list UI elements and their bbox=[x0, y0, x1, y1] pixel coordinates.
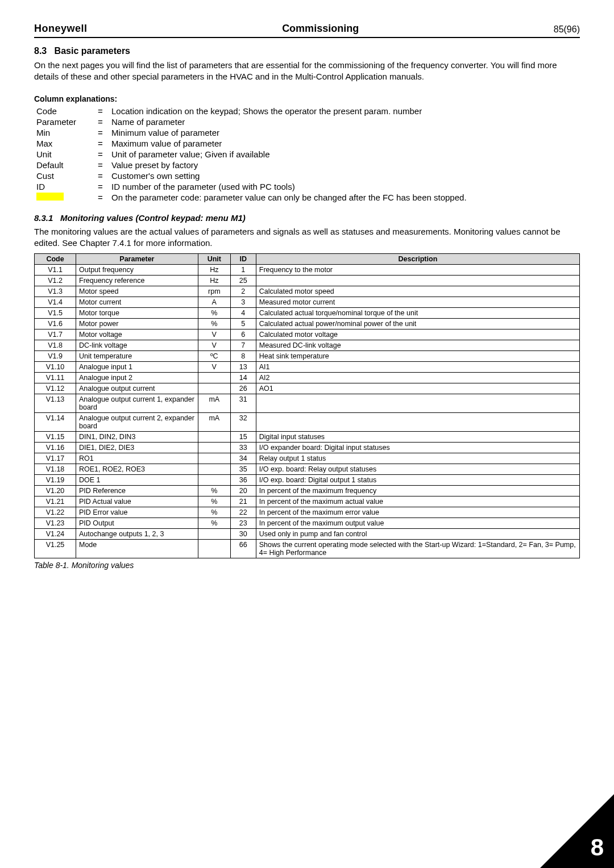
legend-label: Unit bbox=[34, 149, 96, 160]
page-number: 85(96) bbox=[554, 24, 580, 35]
table-row: V1.18ROE1, ROE2, ROE335I/O exp. board: R… bbox=[35, 464, 580, 475]
table-row: V1.8DC-link voltageV7Measured DC-link vo… bbox=[35, 340, 580, 351]
legend-desc: Name of parameter bbox=[109, 116, 469, 127]
chapter-corner: 8 bbox=[540, 794, 614, 868]
col-header-unit: Unit bbox=[198, 254, 230, 265]
column-explanations-table: Code=Location indication on the keypad; … bbox=[34, 106, 469, 203]
chapter-number: 8 bbox=[591, 834, 604, 861]
legend-desc: On the parameter code: parameter value c… bbox=[109, 192, 469, 203]
legend-desc: Minimum value of parameter bbox=[109, 127, 469, 138]
column-explanations-heading: Column explanations: bbox=[34, 94, 580, 103]
table-row: V1.9Unit temperatureºC8Heat sink tempera… bbox=[35, 351, 580, 362]
table-row: V1.7Motor voltageV6Calculated motor volt… bbox=[35, 329, 580, 340]
legend-desc: Value preset by factory bbox=[109, 160, 469, 170]
table-row: V1.17RO134Relay output 1 status bbox=[35, 453, 580, 464]
subsection-number: 8.3.1 bbox=[34, 213, 53, 223]
table-row: V1.14Analogue output current 2, expander… bbox=[35, 413, 580, 432]
section-title: Basic parameters bbox=[55, 46, 130, 56]
subsection-heading: 8.3.1 Monitoring values (Control keypad:… bbox=[34, 213, 580, 223]
section-heading: 8.3 Basic parameters bbox=[34, 46, 580, 56]
table-row: V1.20PID Reference%20In percent of the m… bbox=[35, 486, 580, 496]
table-row: V1.21PID Actual value%21In percent of th… bbox=[35, 496, 580, 507]
legend-desc: ID number of the parameter (used with PC… bbox=[109, 181, 469, 192]
table-row: V1.22PID Error value%22In percent of the… bbox=[35, 507, 580, 518]
col-header-description: Description bbox=[256, 254, 579, 265]
table-row: V1.13Analogue output current 1, expander… bbox=[35, 394, 580, 413]
legend-desc: Unit of parameter value; Given if availa… bbox=[109, 149, 469, 160]
section-intro: On the next pages you will find the list… bbox=[34, 60, 580, 83]
table-row: V1.24Autochange outputs 1, 2, 330Used on… bbox=[35, 529, 580, 540]
monitoring-values-table: Code Parameter Unit ID Description V1.1O… bbox=[34, 253, 580, 558]
section-number: 8.3 bbox=[34, 46, 47, 56]
legend-label: Max bbox=[34, 138, 96, 149]
table-row: V1.11Analogue input 214AI2 bbox=[35, 373, 580, 383]
legend-label: Min bbox=[34, 127, 96, 138]
legend-desc: Maximum value of parameter bbox=[109, 138, 469, 149]
legend-label: Default bbox=[34, 160, 96, 170]
header-title: Commissioning bbox=[282, 23, 359, 35]
legend-label: ID bbox=[34, 181, 96, 192]
yellow-marker bbox=[36, 193, 64, 201]
brand-label: Honeywell bbox=[34, 23, 88, 35]
legend-label: Code bbox=[34, 106, 96, 116]
col-header-id: ID bbox=[230, 254, 256, 265]
table-row: V1.5Motor torque%4Calculated actual torq… bbox=[35, 308, 580, 319]
table-row: V1.2Frequency referenceHz25 bbox=[35, 276, 580, 286]
table-row: V1.15DIN1, DIN2, DIN315Digital input sta… bbox=[35, 432, 580, 443]
legend-label: Cust bbox=[34, 170, 96, 181]
page-header: Honeywell Commissioning 85(96) bbox=[34, 23, 580, 38]
table-row: V1.16DIE1, DIE2, DIE333I/O expander boar… bbox=[35, 443, 580, 453]
table-row: V1.6Motor power%5Calculated actual power… bbox=[35, 319, 580, 329]
table-row: V1.25Mode66Shows the current operating m… bbox=[35, 540, 580, 558]
col-header-parameter: Parameter bbox=[76, 254, 198, 265]
subsection-title: Monitoring values (Control keypad: menu … bbox=[60, 213, 246, 223]
table-caption: Table 8-1. Monitoring values bbox=[34, 561, 580, 570]
table-row: V1.3Motor speedrpm2Calculated motor spee… bbox=[35, 286, 580, 297]
table-row: V1.19DOE 136I/O exp. board: Digital outp… bbox=[35, 475, 580, 486]
table-row: V1.10Analogue input 1V13AI1 bbox=[35, 362, 580, 373]
legend-desc: Location indication on the keypad; Shows… bbox=[109, 106, 469, 116]
legend-desc: Customer's own setting bbox=[109, 170, 469, 181]
subsection-intro: The monitoring values are the actual val… bbox=[34, 226, 580, 249]
legend-label: Parameter bbox=[34, 116, 96, 127]
table-row: V1.12Analogue output current26AO1 bbox=[35, 383, 580, 394]
col-header-code: Code bbox=[35, 254, 76, 265]
table-row: V1.1Output frequencyHz1Frequency to the … bbox=[35, 265, 580, 276]
table-row: V1.4Motor currentA3Measured motor curren… bbox=[35, 297, 580, 308]
table-row: V1.23PID Output%23In percent of the maxi… bbox=[35, 518, 580, 529]
